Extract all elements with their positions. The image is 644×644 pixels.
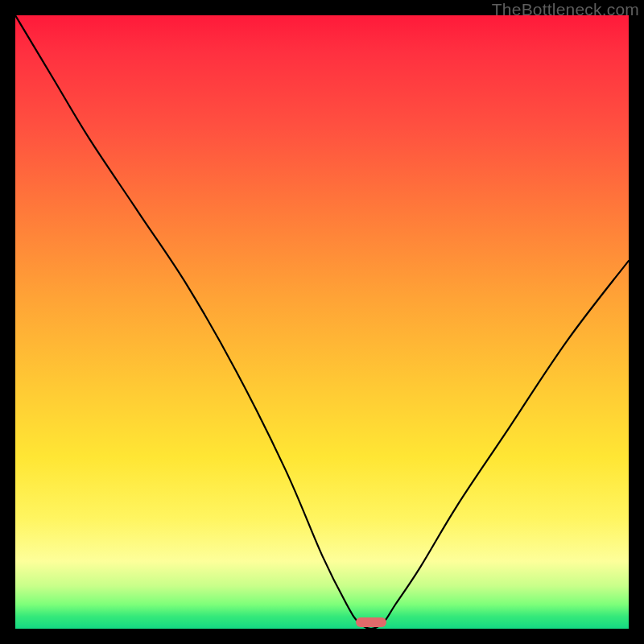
bottleneck-curve xyxy=(15,15,629,629)
chart-frame: TheBottleneck.com xyxy=(0,0,644,644)
optimal-marker xyxy=(356,617,386,627)
watermark-text: TheBottleneck.com xyxy=(492,0,639,19)
plot-area xyxy=(15,15,629,629)
